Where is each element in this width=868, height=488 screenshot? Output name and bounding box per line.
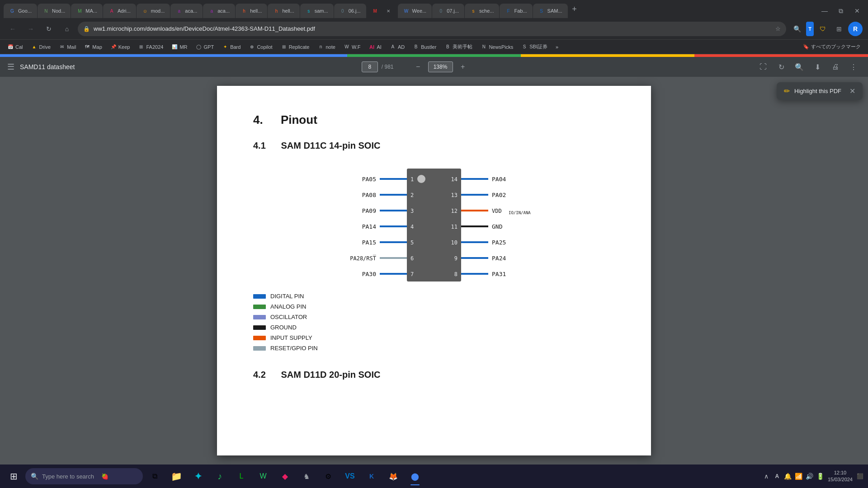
bookmark-ad[interactable]: A AD — [386, 42, 408, 52]
start-button[interactable]: ⊞ — [4, 466, 24, 486]
tab-aca1[interactable]: a aca... — [170, 4, 203, 18]
bookmark-all[interactable]: 🔖 すべてのブックマーク — [799, 42, 864, 52]
pdf-print-button[interactable]: 🖨 — [828, 60, 843, 74]
tab-sam[interactable]: s sam... — [300, 4, 334, 18]
bookmark-label-cal: Cal — [15, 44, 23, 50]
restore-button[interactable]: ⧉ — [834, 4, 848, 18]
taskbar-line[interactable]: L — [231, 466, 251, 486]
notification-center-button[interactable]: ⬛ — [855, 472, 864, 481]
bookmark-drive[interactable]: ▲ Drive — [28, 42, 55, 52]
section4-title: Pinout — [281, 113, 317, 127]
tab-hell2[interactable]: h hell... — [268, 4, 299, 18]
bookmark-mail[interactable]: ✉ Mail — [55, 42, 80, 52]
pdf-rotate-button[interactable]: ↻ — [774, 60, 788, 74]
taskbar-spotify[interactable]: ♪ — [210, 466, 230, 486]
tab-mac[interactable]: M MA... — [71, 4, 103, 18]
systray-ime[interactable]: A — [773, 472, 782, 481]
bookmark-sbi[interactable]: S SBI証券 — [518, 42, 551, 52]
taskbar-kicad[interactable]: K — [362, 466, 382, 486]
tab-node[interactable]: N Nod... — [38, 4, 71, 18]
pdf-zoom-input[interactable] — [428, 61, 453, 72]
bookmark-replicate[interactable]: ⊞ Replicate — [277, 42, 313, 52]
new-tab-button[interactable]: + — [568, 3, 581, 15]
taskbar-app-ruby[interactable]: ◆ — [275, 466, 295, 486]
tab-google[interactable]: G Goo... — [4, 4, 37, 18]
close-window-button[interactable]: ✕ — [850, 4, 864, 18]
bookmark-copilot[interactable]: ⊕ Copilot — [245, 42, 276, 52]
taskbar-chrome[interactable]: ⬤ — [405, 466, 425, 486]
bookmark-bard[interactable]: ✦ Bard — [218, 42, 244, 52]
tab-favicon-hell2: h — [273, 8, 279, 14]
tab-fab[interactable]: F Fab... — [500, 4, 532, 18]
tab-adri[interactable]: A Adri... — [103, 4, 136, 18]
minimize-button[interactable]: — — [817, 4, 832, 18]
systray-network[interactable]: 📶 — [794, 472, 803, 481]
bookmark-bustler[interactable]: B Bustler — [409, 42, 440, 52]
reload-button[interactable]: ↻ — [42, 22, 56, 36]
back-button[interactable]: ← — [5, 22, 20, 36]
tab-sche[interactable]: s sche... — [465, 4, 499, 18]
highlight-close-button[interactable]: ✕ — [849, 87, 855, 95]
address-bar[interactable]: 🔒 ww1.microchip.com/downloads/en/DeviceD… — [78, 22, 786, 36]
bookmark-map[interactable]: 🗺 Map — [80, 42, 105, 52]
bookmark-cal[interactable]: 📅 Cal — [4, 42, 27, 52]
tab-samu[interactable]: S SAM... — [533, 4, 568, 18]
pdf-fit-button[interactable]: ⛶ — [756, 60, 770, 74]
taskbar-task-view[interactable]: ⧉ — [145, 466, 165, 486]
taskbar-settings[interactable]: ⚙ — [318, 466, 338, 486]
systray-chevron[interactable]: ∧ — [762, 472, 771, 481]
legend-label-analog: ANALOG PIN — [270, 303, 306, 310]
taskbar-search[interactable]: 🔍 Type here to search 🍓 — [25, 468, 143, 484]
taskbar-file-explorer[interactable]: 📁 — [166, 466, 186, 486]
pdf-download-button[interactable]: ⬇ — [810, 60, 825, 74]
bookmark-ai[interactable]: AI AI — [365, 42, 385, 52]
pdf-menu-button[interactable]: ☰ — [7, 62, 14, 72]
bookmark-label-wf: W.F — [352, 44, 361, 50]
systray-volume[interactable]: 🔊 — [805, 472, 814, 481]
tab-wee[interactable]: W Wee... — [398, 4, 432, 18]
taskbar-clock[interactable]: 12:10 15/03/2024 — [828, 469, 853, 483]
bookmark-keep[interactable]: 📌 Keep — [107, 42, 134, 52]
bookmark-gpt[interactable]: ◯ GPT — [192, 42, 218, 52]
tab-aca2[interactable]: a aca... — [203, 4, 235, 18]
tab-06j[interactable]: 0 06.j... — [334, 4, 366, 18]
forward-button[interactable]: → — [24, 22, 38, 36]
tab-mod[interactable]: ☺ mod... — [137, 4, 170, 18]
bookmark-bijutsu[interactable]: B 美術手帖 — [441, 42, 476, 52]
home-button[interactable]: ⌂ — [60, 22, 74, 36]
bookmark-note[interactable]: n note — [314, 42, 339, 52]
shield-icon[interactable]: 🛡 — [816, 22, 830, 36]
bookmark-fa2024[interactable]: ⊞ FA2024 — [134, 42, 167, 52]
pdf-find-button[interactable]: 🔍 — [792, 60, 807, 74]
pdf-page-input[interactable] — [362, 61, 378, 72]
tab-hell1[interactable]: h hell... — [236, 4, 267, 18]
star-icon[interactable]: ☆ — [775, 25, 781, 32]
taskbar-firefox[interactable]: 🦊 — [383, 466, 403, 486]
bookmark-favicon-ai: AI — [368, 44, 375, 50]
extensions-icon[interactable]: ⊞ — [832, 22, 846, 36]
profile-icon[interactable]: R — [848, 22, 863, 36]
taskbar-edge[interactable]: ✦ — [188, 466, 208, 486]
translate-icon[interactable]: T — [806, 22, 814, 36]
tab-close-button[interactable]: ✕ — [385, 7, 392, 14]
svg-text:13: 13 — [451, 192, 458, 198]
taskbar-vscode[interactable]: VS — [340, 466, 360, 486]
svg-text:10: 10 — [451, 239, 458, 246]
systray-battery[interactable]: 🔋 — [816, 472, 825, 481]
bookmark-more[interactable]: » — [552, 42, 562, 52]
pdf-zoom-in-button[interactable]: + — [457, 61, 469, 73]
taskbar-app-chess[interactable]: ♞ — [297, 466, 316, 486]
pdf-content[interactable]: ✏ Highlight this PDF ✕ 4. Pinout 4.1 SAM… — [0, 77, 868, 465]
bookmark-mr[interactable]: 📊 MR — [168, 42, 191, 52]
svg-text:PA30: PA30 — [362, 271, 376, 277]
systray-notification[interactable]: 🔔 — [783, 472, 793, 481]
lens-icon[interactable]: 🔍 — [790, 22, 804, 36]
tab-samd11-active[interactable]: M ✕ — [367, 4, 397, 18]
bookmark-newspicks[interactable]: N NewsPicks — [477, 42, 517, 52]
pdf-zoom-out-button[interactable]: − — [412, 61, 425, 73]
taskbar-whatsapp[interactable]: W — [253, 466, 273, 486]
bookmark-wf[interactable]: W W.F — [340, 42, 364, 52]
tab-favicon-06j: 0 — [340, 8, 346, 14]
tab-07j[interactable]: 0 07.j... — [432, 4, 464, 18]
pdf-more-button[interactable]: ⋮ — [846, 60, 861, 74]
